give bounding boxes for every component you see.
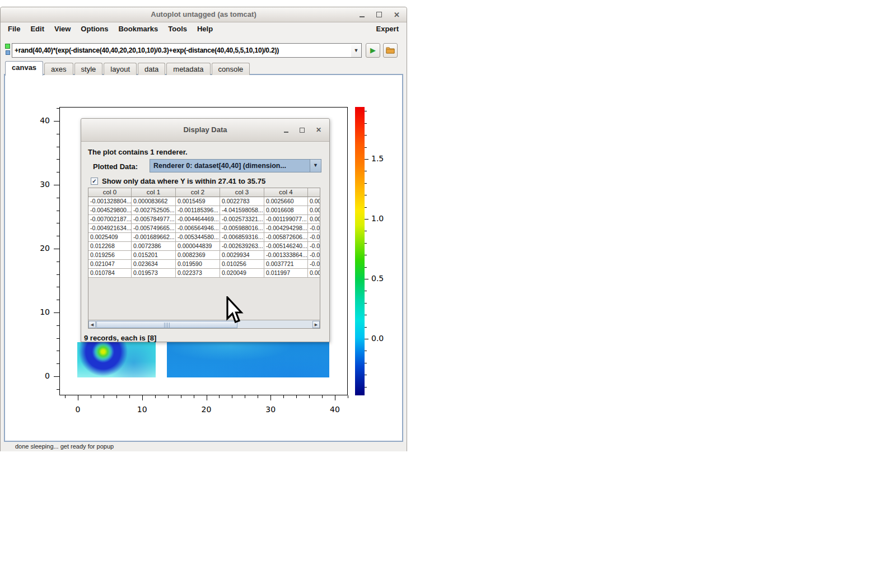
table-header-cell[interactable]: col 1 [132,188,176,197]
table-cell: -0.007002187... [88,215,132,224]
table-header-cell[interactable]: col 4 [264,188,308,197]
menu-bar: FileEditViewOptionsBookmarksToolsHelp Ex… [1,22,407,36]
uri-dropdown-button[interactable]: ▼ [351,43,362,58]
scroll-right-button[interactable]: ▶ [312,321,320,328]
table-cell: -0.0 [308,251,320,260]
table-cell: 0.000083662 [132,197,176,206]
tab-style[interactable]: style [74,63,103,75]
menu-options[interactable]: Options [76,22,113,36]
table-cell: 0.011997 [264,269,308,278]
combo-chevron-down-icon: ▼ [310,160,321,172]
table-row[interactable]: 0.0122680.00723860.000044839-0.002639263… [88,242,320,251]
menu-help[interactable]: Help [192,22,218,36]
menu-tools[interactable]: Tools [163,22,192,36]
table-cell: -0.0 [308,224,320,233]
table-cell: 0.010256 [220,260,264,269]
table-cell: -0.005872606... [264,233,308,242]
table-cell: 0.0072386 [132,242,176,251]
menu-edit[interactable]: Edit [25,22,49,36]
plotted-data-select[interactable]: Renderer 0: dataset[40,40] (dimension...… [150,159,321,172]
expert-toggle[interactable]: Expert [376,22,399,36]
table-cell: 0.0015459 [176,197,220,206]
dialog-close-icon[interactable]: ✕ [316,127,321,134]
inspect-uri-button[interactable] [383,43,398,58]
table-cell: -0.002752505... [132,206,176,215]
window-title: Autoplot untagged (as tomcat) [1,7,407,22]
table-cell: -0.0 [308,233,320,242]
menu-bookmarks[interactable]: Bookmarks [113,22,163,36]
filter-checkbox[interactable]: ✓ [91,178,98,185]
table-cell: -0.005784977... [132,215,176,224]
table-cell: -0.004294298... [264,224,308,233]
table-row[interactable]: 0.0025409-0.001689662...-0.005344580...-… [88,233,320,242]
plot-go-button[interactable]: ▶ [366,43,380,58]
dialog-title-bar[interactable]: Display Data ✕ [81,119,329,142]
close-icon[interactable]: ✕ [394,11,400,18]
table-cell: 0.0029934 [220,251,264,260]
tab-metadata[interactable]: metadata [166,63,210,75]
uri-bar: ▼ ▶ [1,36,407,61]
table-cell: -0.006564946... [176,224,220,233]
scroll-left-button[interactable]: ◀ [88,321,96,328]
table-row[interactable]: 0.0107840.0195730.0223730.0200490.011997… [88,269,320,278]
horizontal-scrollbar[interactable]: ◀ ▶ [88,320,320,328]
tab-data[interactable]: data [138,63,165,75]
dialog-minimize-icon[interactable] [284,125,288,135]
title-bar[interactable]: Autoplot untagged (as tomcat) ✕ [1,7,407,22]
table-cell: 0.021047 [88,260,132,269]
grip-icon [164,323,170,328]
status-led-green-icon [5,44,10,49]
tab-console[interactable]: console [212,63,250,75]
table-cell: 0.023634 [132,260,176,269]
tab-axes[interactable]: axes [44,63,73,75]
table-cell: -0.002573321... [220,215,264,224]
table-header-cell[interactable]: col 0 [88,188,132,197]
table-row[interactable]: 0.0192560.0152010.00823690.0029934-0.001… [88,251,320,260]
plotted-data-label: Plotted Data: [93,162,138,171]
menu-file[interactable]: File [3,22,25,36]
arrow-left-icon: ◀ [91,323,94,326]
table-cell: -0.001333864... [264,251,308,260]
table-row[interactable]: 0.0210470.0236340.0195900.0102560.003772… [88,260,320,269]
status-bar: done sleeping... get ready for popup [1,442,407,451]
table-row[interactable]: -0.007002187...-0.005784977...-0.0044644… [88,215,320,224]
table-cell: 0.00 [308,197,320,206]
table-row[interactable]: -0.004529800...-0.002752505...-0.0011853… [88,206,320,215]
maximize-icon[interactable] [376,10,382,20]
table-cell: 0.00 [308,206,320,215]
table-cell: 0.00 [308,269,320,278]
table-header-cell[interactable]: col 3 [220,188,264,197]
table-cell: -0.005344580... [176,233,220,242]
table-cell: 0.0025409 [88,233,132,242]
desktop: Autoplot untagged (as tomcat) ✕ FileEdit… [0,0,896,588]
table-cell: 0.019573 [132,269,176,278]
mouse-cursor [226,296,245,325]
table-cell: -0.004464469... [176,215,220,224]
table-row[interactable]: -0.001328804...0.0000836620.00154590.002… [88,197,320,206]
table-cell: 0.022373 [176,269,220,278]
table-row[interactable]: -0.004921634...-0.005749665...-0.0065649… [88,224,320,233]
uri-input[interactable] [12,43,352,58]
table-cell: 0.0037721 [264,260,308,269]
dialog-maximize-icon[interactable] [300,125,305,135]
tab-layout[interactable]: layout [104,63,137,75]
table-cell: 0.0022783 [220,197,264,206]
table-header-cell[interactable] [308,188,320,197]
table-cell: 0.012268 [88,242,132,251]
table-cell: -0.004921634... [88,224,132,233]
table-cell: -0.002639263... [220,242,264,251]
autoplot-window: Autoplot untagged (as tomcat) ✕ FileEdit… [0,7,407,451]
display-data-dialog: Display Data ✕ The plot contains 1 rende… [81,118,330,342]
menu-view[interactable]: View [49,22,76,36]
table-cell: -0.005988016... [220,224,264,233]
table-cell: -0.0 [308,242,320,251]
table-cell: -0.0 [308,260,320,269]
tab-bar: canvasaxesstylelayoutdatametadataconsole [5,61,250,75]
table-cell: 0.019256 [88,251,132,260]
table-header-cell[interactable]: col 2 [176,188,220,197]
status-led-blue-icon [6,50,10,55]
scrollbar-thumb[interactable] [96,321,237,328]
tab-canvas[interactable]: canvas [5,61,43,76]
table-cell: 0.00 [308,215,320,224]
minimize-icon[interactable] [360,10,365,20]
